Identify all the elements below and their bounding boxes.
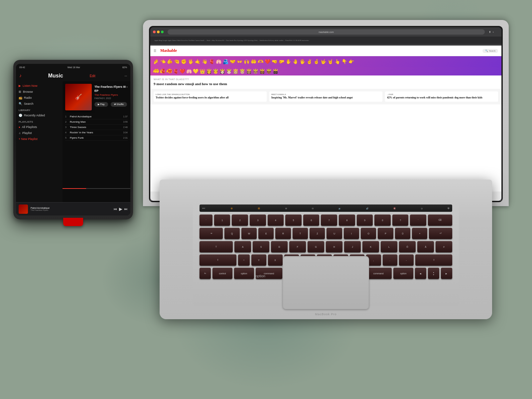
trackpad[interactable] [283, 256, 369, 309]
key-grave[interactable]: ` [200, 214, 212, 226]
share-icon[interactable]: ⬆ [489, 31, 491, 34]
search-bar[interactable]: 🔍 Search [482, 49, 498, 53]
nav-item-browse[interactable]: ⊞ Browse [16, 89, 63, 95]
touch-bar[interactable]: esc 🔅 🔆 ⊞ ⊟ 🔉 🔊 🔇 ◎ ⏻ [200, 204, 452, 212]
key-umlaut-o[interactable]: Ö [399, 241, 416, 252]
track-item-5[interactable]: 5 Flyers Funk 2:31 [65, 135, 128, 141]
nav-item-recently-added[interactable]: 🕐 Recently Added [16, 112, 63, 118]
track-item-4[interactable]: 4 Rockin' in the Years 3:04 [65, 130, 128, 135]
key-umlaut-u[interactable]: Ü [395, 228, 410, 239]
playback-progress-bar[interactable] [63, 188, 130, 189]
touchbar-mission-control[interactable]: ⊞ [285, 207, 287, 209]
key-3[interactable]: 3 [250, 214, 266, 226]
key-hash[interactable]: # [436, 241, 452, 252]
nav-item-listen-now[interactable]: ▶ Listen Now [16, 83, 63, 89]
key-8[interactable]: 8 [339, 214, 355, 226]
key-shift-left[interactable]: ⇧ [200, 254, 236, 266]
minimize-window-button[interactable] [157, 31, 160, 33]
key-umlaut-a[interactable]: Ä [417, 241, 434, 252]
menu-icon[interactable]: ☰ [154, 49, 156, 53]
shuffle-button[interactable]: ⇄ Shuffle [111, 102, 127, 107]
key-k[interactable]: K [362, 241, 379, 252]
key-arrow-right[interactable]: ▶ [441, 268, 452, 279]
key-plus[interactable]: + [412, 228, 427, 239]
touchbar-mute[interactable]: 🔇 [393, 207, 396, 209]
key-d[interactable]: D [271, 241, 288, 252]
close-window-button[interactable] [153, 31, 156, 33]
key-2[interactable]: 2 [232, 214, 248, 226]
key-f[interactable]: F [289, 241, 306, 252]
nav-item-all-playlists[interactable]: ● All Playlists [16, 124, 63, 130]
key-l[interactable]: L [381, 241, 397, 252]
key-backspace[interactable]: ⌫ [428, 214, 452, 226]
key-arrows-up-down[interactable]: ▲ ▼ [428, 268, 439, 279]
key-control[interactable]: control [212, 268, 232, 279]
play-button[interactable]: ▶ Play [94, 102, 108, 107]
key-1[interactable]: 1 [214, 214, 230, 226]
url-bar[interactable]: mashable.com [168, 29, 485, 35]
touchbar-brightness-down[interactable]: 🔅 [230, 207, 233, 209]
music-edit-button[interactable]: Edit [90, 74, 95, 78]
key-shift-right[interactable]: ⇧ [415, 254, 452, 266]
article-card-2[interactable]: MEET KAMALA Inspiring 'Ms. Marvel' trail… [269, 91, 382, 101]
touchbar-volume-down[interactable]: 🔉 [338, 207, 341, 209]
key-x[interactable]: X [268, 254, 283, 266]
key-return[interactable]: ⏎ [429, 228, 452, 239]
key-angle-bracket[interactable]: < [238, 254, 250, 266]
key-z[interactable]: Z [310, 228, 325, 239]
key-r[interactable]: R [275, 228, 291, 239]
key-slash[interactable]: - [399, 254, 414, 266]
article-card-3[interactable]: ...FAIR 42% of parents returning to work… [385, 91, 498, 101]
nav-item-radio[interactable]: 📻 Radio [16, 95, 63, 101]
key-w[interactable]: W [241, 228, 257, 239]
key-option-left[interactable]: option [234, 268, 254, 279]
add-tab-icon[interactable]: + [492, 31, 494, 34]
key-h[interactable]: H [326, 241, 342, 252]
key-5[interactable]: 5 [285, 214, 302, 226]
touchbar-brightness-up[interactable]: 🔆 [258, 207, 260, 209]
key-6[interactable]: 6 [303, 214, 320, 226]
key-fn[interactable]: fn [200, 268, 211, 279]
key-option-right[interactable]: option [393, 268, 413, 279]
music-more-icon[interactable]: ··· [125, 74, 127, 78]
key-i[interactable]: I [344, 228, 359, 239]
rewind-button[interactable]: ⏮ [114, 207, 117, 211]
key-o[interactable]: O [361, 228, 376, 239]
key-minus[interactable]: ? [392, 214, 409, 226]
key-9[interactable]: 9 [357, 214, 373, 226]
key-j[interactable]: J [344, 241, 361, 252]
key-a[interactable]: A [234, 241, 251, 252]
article-card-1[interactable]: LONG LIVE THE SPARKLE BUTTON Twitter dec… [154, 91, 267, 101]
play-pause-button[interactable]: ▶ [119, 206, 122, 212]
nav-item-new-playlist[interactable]: + New Playlist [16, 136, 63, 142]
key-y[interactable]: Y [251, 254, 266, 266]
track-item-3[interactable]: 3 Three Sasses 2:48 [65, 125, 128, 130]
track-item-2[interactable]: 2 Running Man 3:55 [65, 119, 128, 125]
nav-item-playlist[interactable]: ♫ Playlist [16, 130, 63, 136]
key-equals[interactable]: ´ [410, 214, 426, 226]
touchbar-esc[interactable]: esc [202, 207, 205, 209]
key-tab[interactable]: ⇥ [200, 228, 223, 239]
key-e[interactable]: E [258, 228, 274, 239]
track-item-1[interactable]: 1 Patrol Acrobatique 1:37 [65, 114, 128, 119]
key-q[interactable]: Q [224, 228, 240, 239]
key-4[interactable]: 4 [268, 214, 284, 226]
touchbar-launchpad[interactable]: ⊟ [312, 207, 314, 209]
fullscreen-window-button[interactable] [161, 31, 164, 33]
key-command-left[interactable]: command [256, 268, 282, 279]
key-s[interactable]: S [253, 241, 269, 252]
key-caps-lock[interactable]: ⇪ [200, 241, 233, 252]
nav-item-search[interactable]: 🔍 Search [16, 101, 63, 107]
key-p[interactable]: P [378, 228, 393, 239]
article-headline[interactable]: 9 most random new emoji and how to use t… [154, 81, 498, 86]
touchbar-power[interactable]: ⏻ [448, 207, 450, 209]
key-0[interactable]: 0 [374, 214, 391, 226]
key-7[interactable]: 7 [321, 214, 337, 226]
fast-forward-button[interactable]: ⏭ [124, 207, 128, 211]
key-period[interactable]: . [383, 254, 397, 266]
key-arrow-left[interactable]: ◀ [415, 268, 426, 279]
touchbar-volume-up[interactable]: 🔊 [366, 207, 368, 209]
key-t[interactable]: T [293, 228, 308, 239]
touchbar-siri[interactable]: ◎ [421, 207, 423, 209]
key-g[interactable]: G [308, 241, 324, 252]
